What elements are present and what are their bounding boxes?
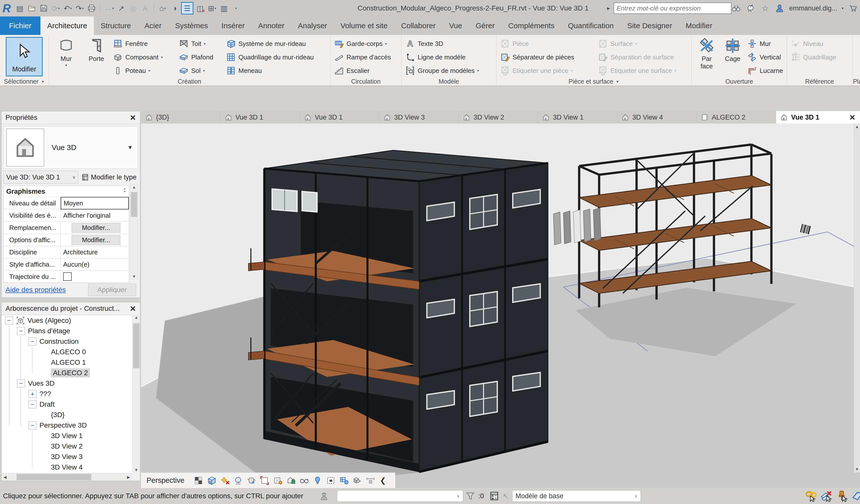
design-option-dropdown[interactable]: Modèle de base∨	[512, 490, 641, 502]
door-button[interactable]: Porte	[83, 37, 109, 63]
ceiling-button[interactable]: Plafond	[179, 51, 223, 63]
shaft-opening-button[interactable]: Cage	[722, 37, 744, 63]
model-line-button[interactable]: Ligne de modèle	[405, 51, 479, 63]
open-icon[interactable]	[26, 3, 37, 14]
sun-path-icon[interactable]	[220, 476, 230, 485]
collapse-bar-icon[interactable]: ❮	[380, 476, 386, 485]
worksharing-display-icon[interactable]	[353, 476, 362, 485]
tag-area-button[interactable]: Etiqueter une surface▾	[598, 64, 676, 77]
select-underlay-icon[interactable]	[820, 490, 833, 502]
tree-item-construction[interactable]: −Construction	[1, 336, 132, 347]
collapse-icon[interactable]: −	[28, 421, 37, 429]
tab-systemes[interactable]: Systèmes	[168, 16, 215, 35]
grid-button[interactable]: Quadrillage	[791, 51, 836, 63]
undo-icon[interactable]: ↶▾	[62, 3, 73, 14]
wall-button[interactable]: Mur▾	[53, 37, 80, 67]
communication-center-icon[interactable]	[746, 3, 756, 13]
view-tab-3dview4[interactable]: 3D View 4	[617, 111, 697, 124]
mullion-button[interactable]: Meneau	[226, 64, 314, 77]
shadows-icon[interactable]	[233, 476, 243, 485]
scale-icon[interactable]	[194, 476, 203, 485]
tab-architecture[interactable]: Architecture	[41, 16, 94, 35]
revit-logo[interactable]: R	[2, 1, 11, 15]
aligned-dimension-icon[interactable]: ↗	[116, 3, 127, 14]
railing-button[interactable]: Garde-corps▾	[334, 38, 391, 50]
analytical-model-icon[interactable]	[339, 476, 349, 485]
view-tab-3dview1[interactable]: 3D View 1	[538, 111, 617, 124]
area-boundary-button[interactable]: Séparation de surface	[598, 51, 676, 63]
collapse-icon[interactable]: −	[17, 327, 25, 335]
tab-quantification[interactable]: Quantification	[561, 16, 620, 35]
close-hidden-windows-icon[interactable]: ◫✕	[195, 3, 205, 14]
temporary-hide-isolate-icon[interactable]	[300, 476, 309, 485]
tree-item-perspective3d[interactable]: −Perspective 3D	[1, 420, 132, 431]
curtain-grid-button[interactable]: Quadrillage du mur-rideau	[226, 51, 314, 63]
overrides-edit-button[interactable]: Modifier...	[72, 223, 120, 233]
customize-qat-icon[interactable]: ▾	[230, 3, 241, 14]
browser-vertical-scrollbar[interactable]: ▲ ▼	[132, 315, 140, 473]
view-tab-vue3d1-b[interactable]: Vue 3D 1	[300, 111, 379, 124]
tab-vue[interactable]: Vue	[442, 16, 469, 35]
section-graphismes[interactable]: Graphismes⌃⌃	[4, 186, 129, 197]
tree-item-3dview3[interactable]: 3D View 3	[1, 451, 132, 462]
detail-level-value[interactable]: Moyen	[61, 197, 129, 210]
viewport-scrollbar[interactable]: ▲ ▼	[854, 124, 860, 473]
vertical-opening-button[interactable]: Vertical	[747, 51, 783, 63]
view-tab-vue3d1-a[interactable]: Vue 3D 1	[220, 111, 300, 124]
tab-volume-et-site[interactable]: Volume et site	[334, 16, 394, 35]
collapse-icon[interactable]: −	[5, 317, 13, 325]
measure-icon[interactable]: ↔▾	[104, 3, 115, 14]
search-input[interactable]	[614, 4, 731, 12]
collapse-icon[interactable]: −	[17, 379, 25, 387]
crop-visibility-icon[interactable]	[273, 476, 283, 485]
view-tab-3dview2[interactable]: 3D View 2	[459, 111, 538, 124]
tab-fichier[interactable]: Fichier	[0, 16, 41, 35]
roof-button[interactable]: Toit▾	[179, 38, 223, 50]
type-selector[interactable]: Vue 3D ▼	[3, 126, 138, 169]
tab-annoter[interactable]: Annoter	[252, 16, 291, 35]
edit-type-button[interactable]: Modifier le type	[81, 171, 138, 184]
panel-label-selectionner[interactable]: Sélectionner▼	[0, 78, 48, 85]
chevron-down-icon[interactable]: ▼	[127, 144, 133, 151]
collapse-icon[interactable]: −	[28, 400, 37, 408]
tree-item-3dview4[interactable]: 3D View 4	[1, 462, 132, 473]
floor-button[interactable]: Sol▾	[179, 64, 223, 77]
tab-inserer[interactable]: Insérer	[215, 16, 252, 35]
properties-titlebar[interactable]: Propriétés ✕	[1, 111, 140, 124]
curtain-system-button[interactable]: Système de mur-rideau	[226, 38, 314, 50]
view-tab-algeco2[interactable]: ALGECO 2	[697, 111, 776, 124]
apply-button[interactable]: Appliquer	[88, 284, 136, 296]
temporary-view-properties-icon[interactable]	[326, 476, 335, 485]
level-button[interactable]: Niveau	[791, 38, 836, 50]
thin-lines-icon[interactable]: ☰	[181, 2, 194, 14]
tab-acier[interactable]: Acier	[138, 16, 168, 35]
panel-label-piece-surface[interactable]: Pièce et surface▼	[497, 78, 691, 85]
expand-icon[interactable]: +	[28, 390, 37, 398]
tab-structure[interactable]: Structure	[94, 16, 138, 35]
constraints-display-icon[interactable]	[366, 476, 375, 485]
tree-item-vues3d[interactable]: −Vues 3D	[1, 378, 132, 389]
column-button[interactable]: Poteau▾	[113, 64, 175, 77]
crop-region-icon[interactable]	[260, 476, 269, 485]
tree-item-3dview1[interactable]: 3D View 1	[1, 431, 132, 441]
opening-by-face-button[interactable]: Par face	[695, 37, 718, 70]
user-menu-arrow-icon[interactable]: ▾	[842, 6, 844, 11]
redo-icon[interactable]: ↷▾	[74, 3, 85, 14]
window-button[interactable]: Fenêtre	[113, 38, 175, 50]
visibility-value[interactable]: Afficher l'original	[61, 210, 129, 221]
reveal-hidden-icon[interactable]	[313, 476, 322, 485]
render-icon[interactable]	[247, 476, 256, 485]
wall-opening-button[interactable]: Mur	[747, 38, 783, 50]
collapse-icon[interactable]: −	[28, 337, 37, 345]
filter-icon[interactable]	[465, 490, 476, 502]
favorites-icon[interactable]: ☆	[760, 3, 770, 13]
select-by-face-icon[interactable]	[851, 490, 860, 502]
app-store-icon[interactable]	[848, 3, 858, 13]
search-history-icon[interactable]: ▸	[607, 5, 610, 12]
drawing-area[interactable]	[141, 124, 860, 488]
area-button[interactable]: Surface▾	[598, 38, 676, 50]
locked-view-icon[interactable]	[286, 476, 296, 485]
room-separator-button[interactable]: Séparateur de pièces	[500, 51, 594, 63]
section-icon[interactable]: ◑	[169, 3, 180, 14]
component-button[interactable]: Composant▾	[113, 51, 175, 63]
